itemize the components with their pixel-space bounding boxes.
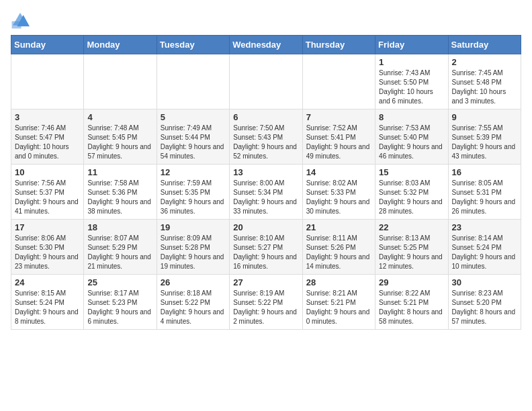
day-number: 27 — [233, 277, 298, 287]
calendar-cell: 17Sunrise: 8:06 AM Sunset: 5:30 PM Dayli… — [11, 220, 84, 275]
day-number: 12 — [161, 167, 226, 177]
weekday-header-thursday: Thursday — [302, 36, 375, 54]
calendar-cell: 24Sunrise: 8:15 AM Sunset: 5:24 PM Dayli… — [11, 275, 84, 330]
weekday-header-tuesday: Tuesday — [157, 36, 229, 54]
day-info: Sunrise: 8:09 AM Sunset: 5:28 PM Dayligh… — [161, 234, 226, 271]
calendar-cell: 21Sunrise: 8:11 AM Sunset: 5:26 PM Dayli… — [302, 220, 375, 275]
week-row-2: 3Sunrise: 7:46 AM Sunset: 5:47 PM Daylig… — [11, 109, 521, 165]
day-number: 10 — [15, 167, 80, 177]
day-info: Sunrise: 7:52 AM Sunset: 5:41 PM Dayligh… — [306, 124, 371, 161]
calendar-cell: 8Sunrise: 7:53 AM Sunset: 5:40 PM Daylig… — [375, 109, 448, 165]
calendar-cell: 9Sunrise: 7:55 AM Sunset: 5:39 PM Daylig… — [448, 109, 521, 165]
day-info: Sunrise: 8:21 AM Sunset: 5:21 PM Dayligh… — [306, 289, 371, 326]
day-info: Sunrise: 8:22 AM Sunset: 5:21 PM Dayligh… — [379, 289, 444, 326]
day-number: 25 — [87, 277, 152, 287]
calendar-cell — [157, 54, 229, 109]
weekday-header-friday: Friday — [375, 36, 448, 54]
calendar-cell — [11, 54, 84, 109]
day-number: 4 — [87, 112, 152, 122]
day-number: 3 — [15, 112, 80, 122]
day-info: Sunrise: 7:49 AM Sunset: 5:44 PM Dayligh… — [161, 124, 226, 161]
day-info: Sunrise: 8:15 AM Sunset: 5:24 PM Dayligh… — [15, 289, 80, 326]
calendar-cell: 18Sunrise: 8:07 AM Sunset: 5:29 PM Dayli… — [84, 220, 157, 275]
calendar-cell: 26Sunrise: 8:18 AM Sunset: 5:22 PM Dayli… — [157, 275, 229, 330]
day-info: Sunrise: 7:53 AM Sunset: 5:40 PM Dayligh… — [379, 124, 444, 161]
day-number: 13 — [233, 167, 298, 177]
day-info: Sunrise: 8:02 AM Sunset: 5:33 PM Dayligh… — [306, 179, 371, 216]
day-number: 30 — [452, 277, 517, 287]
weekday-header-saturday: Saturday — [448, 36, 521, 54]
calendar-cell: 28Sunrise: 8:21 AM Sunset: 5:21 PM Dayli… — [302, 275, 375, 330]
day-info: Sunrise: 7:59 AM Sunset: 5:35 PM Dayligh… — [161, 179, 226, 216]
calendar-cell: 16Sunrise: 8:05 AM Sunset: 5:31 PM Dayli… — [448, 165, 521, 220]
day-info: Sunrise: 7:56 AM Sunset: 5:37 PM Dayligh… — [15, 179, 80, 216]
calendar-cell: 27Sunrise: 8:19 AM Sunset: 5:22 PM Dayli… — [230, 275, 302, 330]
week-row-3: 10Sunrise: 7:56 AM Sunset: 5:37 PM Dayli… — [11, 165, 521, 220]
day-number: 26 — [161, 277, 226, 287]
day-info: Sunrise: 7:46 AM Sunset: 5:47 PM Dayligh… — [15, 124, 80, 161]
day-info: Sunrise: 7:45 AM Sunset: 5:48 PM Dayligh… — [452, 68, 517, 106]
day-info: Sunrise: 8:10 AM Sunset: 5:27 PM Dayligh… — [233, 234, 298, 271]
day-number: 1 — [379, 57, 444, 67]
day-number: 15 — [379, 167, 444, 177]
calendar-cell: 1Sunrise: 7:43 AM Sunset: 5:50 PM Daylig… — [375, 54, 448, 109]
weekday-header-wednesday: Wednesday — [230, 36, 302, 54]
day-info: Sunrise: 8:14 AM Sunset: 5:24 PM Dayligh… — [452, 234, 517, 271]
day-info: Sunrise: 8:17 AM Sunset: 5:23 PM Dayligh… — [87, 289, 152, 326]
day-info: Sunrise: 8:07 AM Sunset: 5:29 PM Dayligh… — [87, 234, 152, 271]
day-number: 29 — [379, 277, 444, 287]
day-number: 5 — [161, 112, 226, 122]
day-number: 22 — [379, 222, 444, 232]
day-info: Sunrise: 8:03 AM Sunset: 5:32 PM Dayligh… — [379, 179, 444, 216]
weekday-header-row: SundayMondayTuesdayWednesdayThursdayFrid… — [11, 36, 521, 54]
day-number: 16 — [452, 167, 517, 177]
week-row-1: 1Sunrise: 7:43 AM Sunset: 5:50 PM Daylig… — [11, 54, 521, 109]
weekday-header-monday: Monday — [84, 36, 157, 54]
calendar-cell — [84, 54, 157, 109]
calendar-cell: 12Sunrise: 7:59 AM Sunset: 5:35 PM Dayli… — [157, 165, 229, 220]
calendar-cell — [302, 54, 375, 109]
calendar-cell — [230, 54, 302, 109]
day-info: Sunrise: 7:50 AM Sunset: 5:43 PM Dayligh… — [233, 124, 298, 161]
svg-rect-3 — [12, 21, 21, 29]
week-row-4: 17Sunrise: 8:06 AM Sunset: 5:30 PM Dayli… — [11, 220, 521, 275]
day-number: 9 — [452, 112, 517, 122]
calendar-cell: 10Sunrise: 7:56 AM Sunset: 5:37 PM Dayli… — [11, 165, 84, 220]
day-info: Sunrise: 8:19 AM Sunset: 5:22 PM Dayligh… — [233, 289, 298, 326]
calendar-cell: 29Sunrise: 8:22 AM Sunset: 5:21 PM Dayli… — [375, 275, 448, 330]
day-info: Sunrise: 8:11 AM Sunset: 5:26 PM Dayligh… — [306, 234, 371, 271]
day-info: Sunrise: 8:13 AM Sunset: 5:25 PM Dayligh… — [379, 234, 444, 271]
calendar-cell: 13Sunrise: 8:00 AM Sunset: 5:34 PM Dayli… — [230, 165, 302, 220]
day-number: 20 — [233, 222, 298, 232]
week-row-5: 24Sunrise: 8:15 AM Sunset: 5:24 PM Dayli… — [11, 275, 521, 330]
day-number: 18 — [87, 222, 152, 232]
day-info: Sunrise: 8:05 AM Sunset: 5:31 PM Dayligh… — [452, 179, 517, 216]
day-number: 11 — [87, 167, 152, 177]
calendar-cell: 5Sunrise: 7:49 AM Sunset: 5:44 PM Daylig… — [157, 109, 229, 165]
calendar-cell: 30Sunrise: 8:23 AM Sunset: 5:20 PM Dayli… — [448, 275, 521, 330]
calendar-cell: 14Sunrise: 8:02 AM Sunset: 5:33 PM Dayli… — [302, 165, 375, 220]
day-number: 24 — [15, 277, 80, 287]
day-number: 8 — [379, 112, 444, 122]
calendar-cell: 15Sunrise: 8:03 AM Sunset: 5:32 PM Dayli… — [375, 165, 448, 220]
calendar-cell: 22Sunrise: 8:13 AM Sunset: 5:25 PM Dayli… — [375, 220, 448, 275]
calendar-cell: 7Sunrise: 7:52 AM Sunset: 5:41 PM Daylig… — [302, 109, 375, 165]
day-number: 19 — [161, 222, 226, 232]
day-info: Sunrise: 8:00 AM Sunset: 5:34 PM Dayligh… — [233, 179, 298, 216]
calendar-cell: 6Sunrise: 7:50 AM Sunset: 5:43 PM Daylig… — [230, 109, 302, 165]
day-info: Sunrise: 8:23 AM Sunset: 5:20 PM Dayligh… — [452, 289, 517, 326]
weekday-header-sunday: Sunday — [11, 36, 84, 54]
day-info: Sunrise: 7:58 AM Sunset: 5:36 PM Dayligh… — [87, 179, 152, 216]
calendar-cell: 23Sunrise: 8:14 AM Sunset: 5:24 PM Dayli… — [448, 220, 521, 275]
day-info: Sunrise: 7:55 AM Sunset: 5:39 PM Dayligh… — [452, 124, 517, 161]
day-info: Sunrise: 7:43 AM Sunset: 5:50 PM Dayligh… — [379, 68, 444, 106]
calendar-cell: 25Sunrise: 8:17 AM Sunset: 5:23 PM Dayli… — [84, 275, 157, 330]
day-number: 6 — [233, 112, 298, 122]
day-number: 7 — [306, 112, 371, 122]
calendar-cell: 2Sunrise: 7:45 AM Sunset: 5:48 PM Daylig… — [448, 54, 521, 109]
calendar-cell: 3Sunrise: 7:46 AM Sunset: 5:47 PM Daylig… — [11, 109, 84, 165]
day-info: Sunrise: 8:18 AM Sunset: 5:22 PM Dayligh… — [161, 289, 226, 326]
calendar-cell: 19Sunrise: 8:09 AM Sunset: 5:28 PM Dayli… — [157, 220, 229, 275]
page-header — [11, 11, 521, 30]
calendar-table: SundayMondayTuesdayWednesdayThursdayFrid… — [11, 35, 521, 330]
